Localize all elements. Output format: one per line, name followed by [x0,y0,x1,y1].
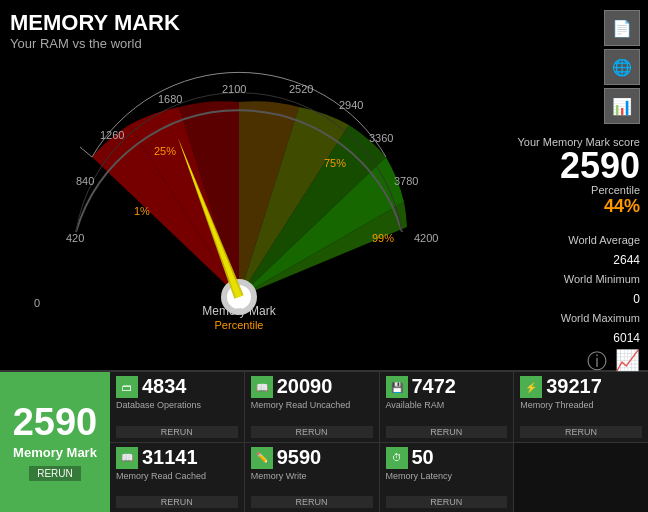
metric-value-3: 39217 [546,376,602,396]
metric-icon-2: 💾 [386,376,408,398]
metric-name-6: Memory Latency [386,471,508,497]
metric-value-4: 31141 [142,447,198,467]
svg-text:25%: 25% [154,145,176,157]
metric-name-4: Memory Read Cached [116,471,238,497]
metric-rerun-4[interactable]: RERUN [116,496,238,508]
metric-tile-3: ⚡ 39217 Memory Threaded RERUN [514,372,648,442]
svg-text:2520: 2520 [289,83,313,95]
metric-icon-0: 🗃 [116,376,138,398]
world-avg-value: 2644 [561,250,640,270]
metric-tile-5: ✏️ 9590 Memory Write RERUN [245,443,379,513]
metric-rerun-3[interactable]: RERUN [520,426,642,438]
metric-icon-4: 📖 [116,447,138,469]
svg-text:75%: 75% [324,157,346,169]
metric-tile-empty [514,443,648,513]
metric-rerun-6[interactable]: RERUN [386,496,508,508]
metric-value-5: 9590 [277,447,322,467]
world-min-label: World Minimum [561,270,640,289]
metric-name-2: Available RAM [386,400,508,426]
world-min-value: 0 [561,289,640,309]
metric-rerun-5[interactable]: RERUN [251,496,373,508]
metric-name-3: Memory Threaded [520,400,642,426]
svg-line-1 [80,147,92,157]
metric-name-1: Memory Read Uncached [251,400,373,426]
metric-icon-1: 📖 [251,376,273,398]
metric-tile-6: ⏱ 50 Memory Latency RERUN [380,443,514,513]
metric-tile-1: 📖 20090 Memory Read Uncached RERUN [245,372,379,442]
metric-name-5: Memory Write [251,471,373,497]
percentile-value: 44% [518,196,640,217]
metric-tile-4: 📖 31141 Memory Read Cached RERUN [110,443,244,513]
world-max-label: World Maximum [561,309,640,328]
svg-text:3780: 3780 [394,175,418,187]
svg-text:Memory Mark: Memory Mark [202,304,276,318]
document-icon-btn[interactable]: 📄 [604,10,640,46]
metric-icon-5: ✏️ [251,447,273,469]
svg-text:420: 420 [66,232,84,244]
svg-text:1%: 1% [134,205,150,217]
world-avg-label: World Average [561,231,640,250]
world-max-value: 6014 [561,328,640,348]
svg-text:1260: 1260 [100,129,124,141]
globe-icon-btn[interactable]: 🌐 [604,49,640,85]
metric-rerun-1[interactable]: RERUN [251,426,373,438]
compare-icon-btn[interactable]: 📊 [604,88,640,124]
svg-text:2940: 2940 [339,99,363,111]
metric-icon-3: ⚡ [520,376,542,398]
metric-value-1: 20090 [277,376,333,396]
main-score-name: Memory Mark [13,445,97,460]
svg-text:0: 0 [34,297,40,309]
svg-text:4200: 4200 [414,232,438,244]
metric-value-2: 7472 [412,376,457,396]
app-subtitle: Your RAM vs the world [10,36,468,51]
metric-icon-6: ⏱ [386,447,408,469]
score-value: 2590 [518,148,640,184]
svg-text:2100: 2100 [222,83,246,95]
svg-text:840: 840 [76,175,94,187]
svg-text:1680: 1680 [158,93,182,105]
metric-rerun-2[interactable]: RERUN [386,426,508,438]
metric-tile-0: 🗃 4834 Database Operations RERUN [110,372,244,442]
metric-name-0: Database Operations [116,400,238,426]
app-title: MEMORY MARK [10,10,468,36]
main-score-number: 2590 [13,403,98,441]
metric-value-6: 50 [412,447,434,467]
metrics-grid: 🗃 4834 Database Operations RERUN 📖 20090… [110,372,648,512]
metric-tile-2: 💾 7472 Available RAM RERUN [380,372,514,442]
metric-value-0: 4834 [142,376,187,396]
main-score-tile: 2590 Memory Mark RERUN [0,372,110,512]
svg-text:3360: 3360 [369,132,393,144]
main-rerun-button[interactable]: RERUN [29,466,81,481]
svg-text:99%: 99% [372,232,394,244]
metric-rerun-0[interactable]: RERUN [116,426,238,438]
svg-text:Percentile: Percentile [215,319,264,331]
